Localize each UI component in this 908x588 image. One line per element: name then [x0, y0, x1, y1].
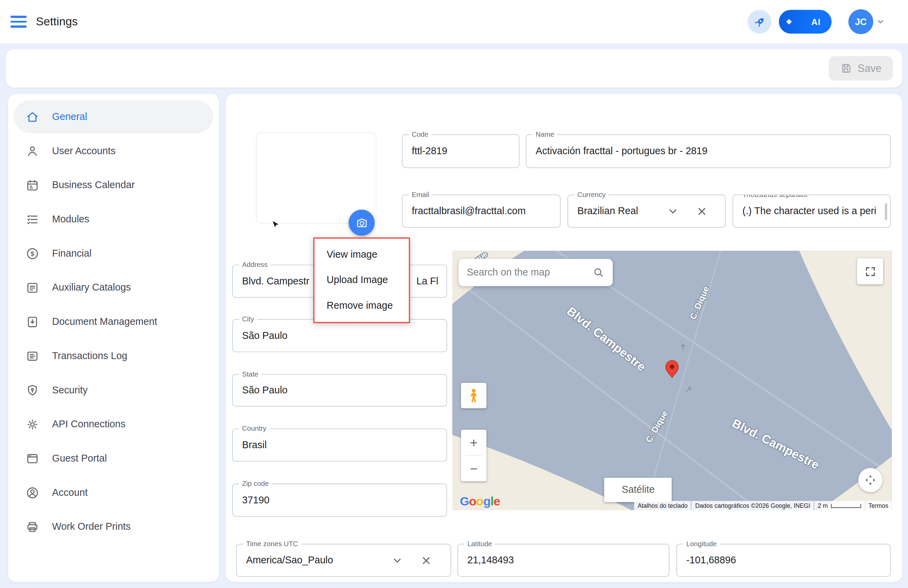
image-context-menu: View image Upload Image Remove image: [313, 237, 410, 323]
map-search-input[interactable]: Search on the map: [459, 259, 613, 286]
log-icon: [25, 349, 39, 363]
field-label: Longitude: [683, 540, 720, 548]
chevron-down-icon[interactable]: [667, 205, 679, 217]
calendar-icon: [25, 178, 39, 192]
sidebar-item-business-calendar[interactable]: Business Calendar: [14, 169, 213, 201]
user-icon: [25, 144, 39, 158]
field-value: (.) The character used is a peri: [742, 205, 876, 217]
account-circle-icon: [25, 485, 39, 499]
document-icon: [25, 315, 39, 329]
sidebar-item-label: Security: [52, 384, 88, 396]
thousands-separator-field[interactable]: Thousands separator (.) The character us…: [733, 195, 890, 227]
field-label: Email: [409, 190, 432, 199]
sidebar-item-guest-portal[interactable]: Guest Portal: [14, 442, 213, 475]
map-type-satellite-button[interactable]: Satélite: [604, 478, 672, 502]
google-logo[interactable]: Google: [460, 495, 500, 509]
rocket-button[interactable]: [748, 10, 771, 34]
sidebar-item-label: Modules: [52, 213, 89, 225]
hamburger-menu-icon[interactable]: [10, 16, 26, 28]
dollar-coin-icon: $: [25, 246, 39, 260]
fullscreen-button[interactable]: [857, 258, 883, 284]
sidebar-item-label: Work Order Prints: [52, 521, 130, 533]
zoom-out-button[interactable]: −: [461, 456, 486, 481]
sidebar-item-security[interactable]: Security: [14, 374, 213, 406]
field-scrollbar[interactable]: [885, 203, 887, 220]
field-value: Activación fracttal - portugues br - 281…: [536, 145, 707, 157]
pegman-icon: [467, 388, 480, 403]
map-scale: 2 m: [814, 501, 864, 510]
clear-icon[interactable]: [420, 554, 432, 566]
save-button-label: Save: [858, 62, 881, 74]
terms-link[interactable]: Termos: [865, 501, 892, 510]
sidebar-item-label: Transactions Log: [52, 350, 127, 362]
map[interactable]: gue Blvd. Campestre Blvd. Campestre C. D…: [452, 251, 892, 510]
catalog-icon: [25, 280, 39, 295]
state-field[interactable]: State São Paulo: [232, 374, 447, 407]
sidebar-item-general[interactable]: General: [14, 100, 213, 133]
sidebar-item-document-management[interactable]: Document Management: [14, 305, 213, 338]
sidebar-item-financial[interactable]: $ Financial: [14, 237, 213, 270]
svg-text:$: $: [31, 250, 34, 257]
ai-assistant-button[interactable]: AI: [779, 10, 832, 34]
map-search-placeholder: Search on the map: [467, 267, 550, 278]
sidebar-item-label: Auxiliary Catalogs: [52, 282, 131, 293]
menu-item-remove-image[interactable]: Remove image: [314, 293, 409, 318]
code-field[interactable]: Code fttl-2819: [402, 134, 520, 168]
clear-icon[interactable]: [696, 205, 708, 217]
currency-select[interactable]: Currency Brazilian Real: [567, 195, 725, 227]
field-label: Latitude: [464, 540, 495, 548]
save-icon: [840, 63, 852, 74]
rocket-icon: [752, 15, 766, 29]
map-data-text: Dados cartográficos ©2026 Google, INEGI: [692, 501, 814, 510]
keyboard-shortcuts-button[interactable]: Atalhos do teclado: [634, 501, 691, 510]
field-label: Country: [239, 425, 269, 433]
field-value: São Paulo: [242, 385, 288, 396]
menu-item-upload-image[interactable]: Upload Image: [314, 267, 409, 293]
sidebar-item-user-accounts[interactable]: User Accounts: [14, 134, 213, 167]
country-field[interactable]: Country Brasil: [232, 429, 447, 462]
name-field[interactable]: Name Activación fracttal - portugues br …: [526, 134, 891, 168]
zoom-control: + −: [461, 430, 486, 481]
field-value: Blvd. Campestr: [242, 275, 309, 287]
latitude-field[interactable]: Latitude 21,148493: [457, 544, 670, 577]
search-icon[interactable]: [593, 267, 605, 278]
field-label: State: [239, 370, 261, 378]
sidebar-item-work-order-prints[interactable]: Work Order Prints: [14, 510, 213, 543]
field-label: Currency: [575, 190, 609, 199]
avatar-chevron-down-icon[interactable]: [876, 18, 885, 26]
ai-button-label: AI: [811, 17, 821, 27]
field-value: 37190: [242, 495, 269, 506]
camera-icon: [355, 216, 368, 229]
sidebar-item-api-connections[interactable]: API Connections: [14, 408, 213, 441]
upload-photo-button[interactable]: [348, 210, 375, 236]
field-value: fttl-2819: [412, 145, 448, 157]
user-avatar[interactable]: JC: [848, 9, 873, 34]
menu-item-view-image[interactable]: View image: [314, 242, 409, 267]
field-value: São Paulo: [242, 330, 288, 342]
printer-icon: [25, 520, 39, 534]
zip-code-field[interactable]: Zip code 37190: [232, 483, 447, 516]
email-field[interactable]: Email fracttalbrasil@fracttal.com: [402, 195, 560, 227]
field-label: Name: [533, 130, 557, 139]
sidebar-item-transactions-log[interactable]: Transactions Log: [14, 339, 213, 372]
timezone-select[interactable]: Time zones UTC America/Sao_Paulo: [237, 544, 451, 577]
sidebar-item-modules[interactable]: Modules: [14, 203, 213, 236]
sidebar-item-auxiliary-catalogs[interactable]: Auxiliary Catalogs: [14, 271, 213, 304]
chevron-down-icon[interactable]: [392, 554, 403, 566]
gear-icon: [25, 417, 39, 432]
sidebar-item-label: Financial: [52, 248, 92, 259]
pegman-button[interactable]: [461, 383, 486, 408]
pan-arrows-icon: [863, 473, 877, 487]
city-field[interactable]: City São Paulo: [232, 319, 447, 352]
sidebar-item-account[interactable]: Account: [14, 476, 213, 509]
field-label: Address: [239, 261, 270, 269]
checklist-icon: [25, 212, 39, 226]
save-button[interactable]: Save: [829, 56, 893, 81]
pan-compass-control[interactable]: [858, 468, 883, 492]
field-value: -101,68896: [686, 554, 736, 566]
field-label: Code: [409, 130, 431, 139]
ai-sparkle-icon: [786, 19, 792, 25]
longitude-field[interactable]: Longitude -101,68896: [676, 544, 890, 577]
zoom-in-button[interactable]: +: [461, 430, 486, 455]
sidebar-item-label: General: [52, 111, 87, 122]
